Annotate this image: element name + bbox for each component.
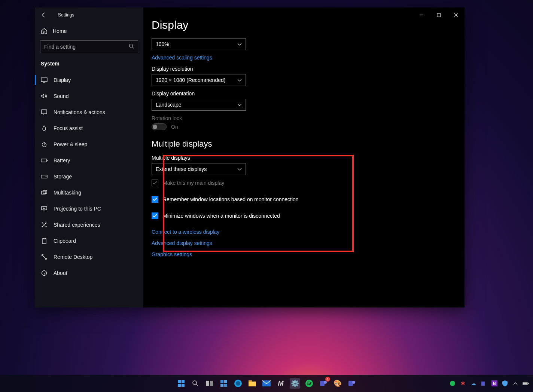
task-view-icon[interactable]: [204, 378, 215, 389]
svg-rect-33: [249, 380, 252, 382]
home-nav[interactable]: Home: [35, 22, 143, 40]
remember-locations-row[interactable]: Remember window locations based on monit…: [152, 196, 447, 203]
mail-icon[interactable]: [261, 378, 272, 389]
nav-about[interactable]: About: [35, 265, 143, 281]
rotation-lock-toggle[interactable]: [152, 123, 167, 130]
orientation-dropdown[interactable]: Landscape: [152, 99, 246, 111]
widgets-icon[interactable]: [219, 378, 229, 389]
svg-rect-36: [320, 381, 325, 386]
nav-notifications[interactable]: Notifications & actions: [35, 104, 143, 120]
edge-icon[interactable]: [233, 378, 243, 389]
nav-label: Sound: [54, 93, 68, 99]
app-icon-1[interactable]: M: [275, 378, 286, 389]
explorer-icon[interactable]: [247, 378, 258, 389]
nav-focus[interactable]: Focus assist: [35, 120, 143, 136]
home-icon: [41, 28, 48, 34]
svg-rect-21: [178, 384, 181, 387]
wireless-display-link[interactable]: Connect to a wireless display: [152, 229, 447, 235]
multiple-displays-dropdown[interactable]: Extend these displays: [152, 163, 246, 175]
notifications-icon: [41, 109, 48, 116]
taskbar: M ⚙️ 🎨 ✱ ☁ N: [0, 375, 533, 392]
sound-icon: [41, 93, 48, 99]
paint-icon[interactable]: 🎨: [332, 378, 343, 389]
search-input[interactable]: [44, 44, 129, 50]
svg-point-40: [450, 381, 455, 386]
tray-battery-icon[interactable]: [523, 380, 529, 387]
graphics-settings-link[interactable]: Graphics settings: [152, 251, 447, 257]
tray-app-icon-1[interactable]: ✱: [460, 380, 466, 387]
nav-remote[interactable]: Remote Desktop: [35, 249, 143, 265]
search-box[interactable]: [40, 40, 138, 53]
svg-rect-27: [224, 380, 227, 383]
nav-battery[interactable]: Battery: [35, 152, 143, 168]
svg-rect-24: [206, 381, 209, 386]
close-button[interactable]: [447, 7, 465, 22]
main-display-row: Make this my main display: [152, 180, 447, 186]
tray-chevron-up-icon[interactable]: [512, 380, 519, 387]
storage-icon: [41, 173, 48, 180]
svg-point-39: [352, 381, 355, 384]
nav-label: Notifications & actions: [54, 109, 105, 115]
advanced-scaling-link[interactable]: Advanced scaling settings: [152, 55, 447, 61]
nav-clipboard[interactable]: Clipboard: [35, 233, 143, 249]
chevron-down-icon: [237, 166, 242, 172]
nav-display[interactable]: Display: [35, 72, 143, 88]
spotify-icon[interactable]: [304, 378, 314, 389]
clipboard-icon: [41, 238, 48, 244]
rotation-lock-state: On: [171, 124, 178, 130]
window-title: Settings: [58, 12, 74, 18]
focus-icon: [41, 125, 48, 132]
teams-icon-2[interactable]: [347, 378, 357, 389]
search-icon: [129, 43, 134, 50]
main-display-checkbox: [152, 180, 158, 186]
titlebar: Settings: [35, 7, 143, 22]
tray-onenote-icon[interactable]: N: [491, 380, 498, 387]
page-heading: Display: [152, 19, 447, 31]
minimize-disconnected-checkbox[interactable]: [152, 212, 158, 219]
settings-taskbar-icon[interactable]: ⚙️: [290, 378, 300, 389]
nav-sound[interactable]: Sound: [35, 88, 143, 104]
resolution-value: 1920 × 1080 (Recommended): [156, 77, 225, 83]
nav-label: Focus assist: [54, 125, 83, 131]
minimize-button[interactable]: [413, 7, 430, 22]
orientation-value: Landscape: [156, 102, 182, 108]
svg-point-31: [236, 381, 240, 386]
nav-label: Clipboard: [54, 238, 76, 244]
tray-spotify-icon[interactable]: [449, 380, 456, 387]
svg-point-0: [130, 44, 133, 48]
chevron-down-icon: [237, 41, 242, 47]
svg-rect-1: [41, 78, 47, 82]
nav-shared[interactable]: Shared experiences: [35, 217, 143, 233]
remember-locations-label: Remember window locations based on monit…: [163, 196, 299, 202]
svg-rect-26: [220, 380, 223, 383]
minimize-disconnected-row[interactable]: Minimize windows when a monitor is disco…: [152, 212, 447, 219]
search-taskbar-icon[interactable]: [190, 378, 201, 389]
start-button[interactable]: [176, 378, 186, 389]
window-controls: [413, 7, 465, 22]
advanced-display-link[interactable]: Advanced display settings: [152, 240, 447, 246]
svg-rect-32: [249, 382, 256, 386]
maximize-button[interactable]: [430, 7, 447, 22]
nav-label: Shared experiences: [54, 222, 100, 228]
shared-icon: [41, 221, 48, 228]
svg-point-37: [324, 381, 327, 384]
svg-point-23: [193, 381, 197, 385]
teams-icon-1[interactable]: [318, 378, 329, 389]
back-button[interactable]: [40, 11, 48, 19]
scale-dropdown[interactable]: 100%: [152, 38, 246, 50]
minimize-disconnected-label: Minimize windows when a monitor is disco…: [163, 213, 280, 219]
svg-text:N: N: [493, 382, 496, 386]
nav-storage[interactable]: Storage: [35, 168, 143, 184]
scale-value: 100%: [156, 41, 169, 47]
nav-multitasking[interactable]: Multitasking: [35, 184, 143, 200]
search-container: [35, 40, 143, 57]
power-icon: [41, 141, 48, 148]
remember-locations-checkbox[interactable]: [152, 196, 158, 203]
nav-power[interactable]: Power & sleep: [35, 136, 143, 152]
svg-rect-8: [42, 191, 45, 194]
nav-projecting[interactable]: Projecting to this PC: [35, 200, 143, 217]
tray-onedrive-icon[interactable]: ☁: [470, 380, 477, 387]
tray-security-icon[interactable]: [502, 380, 508, 387]
resolution-dropdown[interactable]: 1920 × 1080 (Recommended): [152, 74, 246, 86]
tray-teams-icon[interactable]: [481, 380, 487, 387]
